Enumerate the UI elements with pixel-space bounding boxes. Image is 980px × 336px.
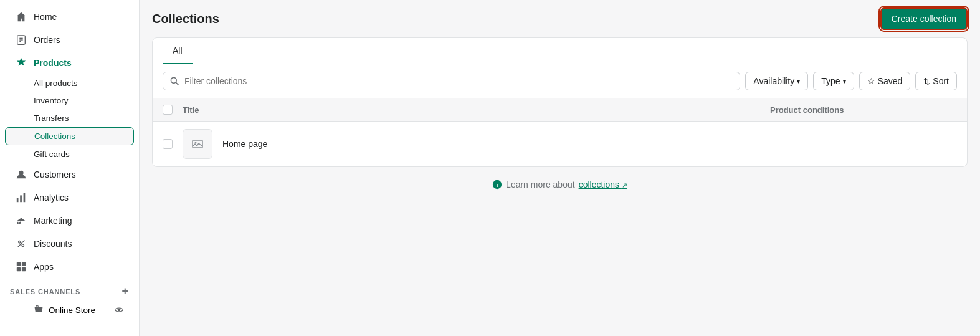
marketing-icon: [15, 214, 27, 227]
sidebar-item-transfers[interactable]: Transfers: [5, 110, 134, 127]
sidebar-label-online-store: Online Store: [49, 305, 95, 315]
sidebar-label-inventory: Inventory: [34, 96, 69, 105]
sidebar-item-home[interactable]: Home: [5, 6, 134, 28]
info-icon: i: [492, 180, 502, 190]
collection-thumbnail: [183, 129, 212, 159]
sidebar-label-analytics: Analytics: [34, 193, 69, 203]
sidebar-item-discounts[interactable]: Discounts: [5, 233, 134, 255]
home-icon: [15, 11, 27, 23]
analytics-icon: [15, 191, 27, 204]
sidebar-label-collections: Collections: [34, 132, 75, 141]
table-header: Title Product conditions: [153, 98, 967, 122]
svg-point-16: [171, 77, 176, 83]
sidebar-item-marketing[interactable]: Marketing: [5, 209, 134, 232]
sales-channels-label: SALES CHANNELS +: [0, 279, 139, 300]
sidebar-label-products: Products: [34, 58, 72, 68]
svg-point-15: [118, 309, 121, 312]
sidebar-item-inventory[interactable]: Inventory: [5, 92, 134, 109]
sidebar-label-orders: Orders: [34, 35, 60, 45]
store-icon: [34, 305, 44, 315]
filter-bar: Availability ▾ Type ▾ ☆ Saved ⇅ Sort: [153, 64, 967, 98]
main-content: Collections Create collection All: [140, 0, 980, 336]
table-row[interactable]: Home page: [153, 122, 967, 166]
svg-point-19: [195, 142, 197, 144]
sidebar-label-customers: Customers: [34, 170, 76, 180]
svg-rect-12: [22, 262, 26, 266]
sidebar-label-transfers: Transfers: [34, 113, 69, 123]
saved-filter-button[interactable]: ☆ Saved: [859, 72, 911, 90]
svg-line-17: [176, 82, 178, 85]
star-icon: ☆: [867, 76, 875, 86]
row-checkbox[interactable]: [163, 139, 173, 149]
search-input[interactable]: [184, 76, 733, 86]
apps-icon: [15, 261, 27, 273]
svg-rect-6: [20, 195, 22, 202]
svg-rect-5: [17, 198, 19, 202]
sidebar-item-online-store[interactable]: Online Store: [5, 301, 134, 319]
type-filter-button[interactable]: Type ▾: [813, 72, 854, 90]
sidebar-label-apps: Apps: [34, 262, 54, 272]
external-link-icon: ↗: [622, 181, 627, 189]
sidebar-label-all-products: All products: [34, 79, 78, 88]
svg-point-8: [19, 241, 21, 244]
title-column-header: Title: [183, 105, 760, 115]
sidebar-label-home: Home: [34, 12, 57, 22]
availability-filter-button[interactable]: Availability ▾: [745, 72, 808, 90]
svg-rect-18: [193, 140, 202, 148]
sidebar: Home Orders Products All products Invent…: [0, 0, 140, 336]
collections-card: All Availability ▾ Type ▾: [152, 37, 968, 167]
content-area: All Availability ▾ Type ▾: [140, 37, 980, 336]
svg-rect-7: [24, 193, 26, 202]
svg-rect-13: [17, 267, 21, 271]
sidebar-item-all-products[interactable]: All products: [5, 75, 134, 92]
svg-point-4: [19, 171, 23, 175]
products-icon: [15, 57, 27, 69]
sidebar-item-orders[interactable]: Orders: [5, 29, 134, 51]
eye-icon: [114, 305, 124, 315]
info-bar: i Learn more about collections ↗: [152, 167, 968, 202]
page-title: Collections: [152, 12, 219, 26]
sidebar-label-gift-cards: Gift cards: [34, 150, 70, 159]
collections-learn-more-link[interactable]: collections ↗: [579, 180, 627, 190]
select-all-checkbox[interactable]: [163, 105, 173, 115]
collection-title: Home page: [222, 139, 760, 149]
sidebar-label-discounts: Discounts: [34, 239, 72, 249]
sidebar-label-marketing: Marketing: [34, 216, 72, 226]
search-icon: [169, 76, 179, 86]
sort-icon: ⇅: [923, 77, 930, 86]
create-collection-button[interactable]: Create collection: [880, 7, 968, 30]
orders-icon: [15, 34, 27, 46]
conditions-column-header: Product conditions: [770, 105, 957, 115]
svg-point-9: [22, 244, 24, 247]
type-chevron-icon: ▾: [843, 78, 846, 85]
sidebar-item-customers[interactable]: Customers: [5, 163, 134, 186]
sort-button[interactable]: ⇅ Sort: [915, 72, 957, 90]
add-sales-channel-button[interactable]: +: [122, 285, 129, 298]
sidebar-item-gift-cards[interactable]: Gift cards: [5, 146, 134, 163]
top-bar: Collections Create collection: [140, 0, 980, 37]
customers-icon: [15, 168, 27, 181]
availability-chevron-icon: ▾: [797, 78, 800, 85]
tab-all[interactable]: All: [163, 38, 193, 64]
svg-rect-11: [17, 262, 21, 266]
discounts-icon: [15, 238, 27, 250]
sidebar-item-analytics[interactable]: Analytics: [5, 186, 134, 209]
tabs-bar: All: [153, 38, 967, 64]
svg-text:i: i: [497, 181, 498, 188]
sidebar-item-apps[interactable]: Apps: [5, 256, 134, 278]
sidebar-item-products[interactable]: Products: [5, 52, 134, 74]
sidebar-item-collections[interactable]: Collections: [5, 127, 134, 145]
search-wrap: [163, 72, 740, 90]
svg-rect-14: [22, 267, 26, 271]
